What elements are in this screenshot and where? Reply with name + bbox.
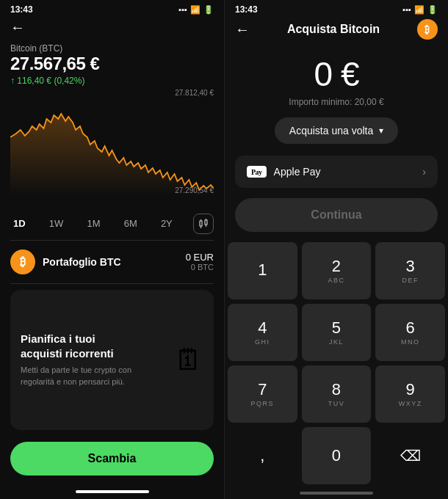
nav-bar-right: ← Acquista Bitcoin ₿ <box>225 16 448 44</box>
time-right: 13:43 <box>235 4 258 15</box>
wallet-name: Portafoglio BTC <box>43 256 121 268</box>
promo-card[interactable]: Pianifica i tuoi acquisti ricorrenti Met… <box>10 290 214 431</box>
key-4[interactable]: 4 GHI <box>228 304 297 361</box>
wifi-icon-right: 📶 <box>414 5 424 15</box>
status-bar-left: 13:43 ▪▪▪ 📶 🔋 <box>0 0 224 16</box>
promo-desc: Metti da parte le tue crypto con regolar… <box>21 365 138 387</box>
svg-rect-2 <box>205 220 207 225</box>
status-bar-right: 13:43 ▪▪▪ 📶 🔋 <box>225 0 448 16</box>
period-6m[interactable]: 6M <box>121 216 140 230</box>
purchase-type-button[interactable]: Acquista una volta ▾ <box>275 117 398 144</box>
wifi-icon: 📶 <box>190 5 200 15</box>
wallet-eur: 0 EUR <box>186 252 214 263</box>
wallet-left: ₿ Portafoglio BTC <box>10 249 121 274</box>
payment-method-row[interactable]: Pay Apple Pay › <box>235 156 438 188</box>
battery-icon: 🔋 <box>203 5 214 15</box>
wallet-btc: 0 BTC <box>186 263 214 272</box>
apple-pay-logo: Pay <box>247 166 267 178</box>
chart-label-top: 27.812,40 € <box>175 89 214 97</box>
key-5[interactable]: 5 JKL <box>302 304 372 361</box>
amount-value: 0 € <box>235 54 438 94</box>
btc-icon-left: ₿ <box>10 249 35 274</box>
amount-min: Importo minimo: 20,00 € <box>235 97 438 107</box>
price-chart <box>10 93 214 196</box>
promo-calendar-icon: 🗓 <box>174 343 203 376</box>
period-1d[interactable]: 1D <box>10 216 29 230</box>
chart-container: 27.812,40 € 27.290,54 € <box>0 87 224 208</box>
back-button-left[interactable]: ← <box>10 19 25 36</box>
home-indicator-right <box>300 492 373 495</box>
key-6[interactable]: 6 MNO <box>375 304 445 361</box>
time-periods-bar: 1D 1W 1M 6M 2Y <box>0 208 224 240</box>
period-1w[interactable]: 1W <box>46 216 67 230</box>
candles-view-toggle[interactable] <box>193 214 214 234</box>
chevron-down-icon: ▾ <box>379 125 383 136</box>
key-delete[interactable]: ⌫ <box>375 427 445 484</box>
svg-marker-0 <box>10 114 214 196</box>
promo-title: Pianifica i tuoi acquisti ricorrenti <box>21 332 138 360</box>
amount-display: 0 € Importo minimo: 20,00 € <box>225 44 448 110</box>
wallet-row: ₿ Portafoglio BTC 0 EUR 0 BTC <box>0 241 224 283</box>
nav-bar-left: ← <box>0 16 224 40</box>
purchase-type-container: Acquista una volta ▾ <box>235 117 438 144</box>
coin-change: ↑ 116,40 € (0,42%) <box>10 76 214 86</box>
coin-price: 27.567,65 € <box>10 54 214 74</box>
signal-icon-right: ▪▪▪ <box>402 5 411 14</box>
payment-label: Apple Pay <box>274 166 321 178</box>
status-icons-left: ▪▪▪ 📶 🔋 <box>178 5 214 15</box>
promo-text: Pianifica i tuoi acquisti ricorrenti Met… <box>21 332 138 387</box>
svg-rect-1 <box>200 221 202 226</box>
payment-chevron-icon: › <box>422 166 426 178</box>
numpad: 1 2 ABC 3 DEF 4 GHI 5 JKL 6 MNO 7 PQRS 8 <box>225 238 448 489</box>
key-0[interactable]: 0 <box>302 427 372 484</box>
wallet-right: 0 EUR 0 BTC <box>186 252 214 272</box>
page-title: Acquista Bitcoin <box>287 23 380 36</box>
key-9[interactable]: 9 WXYZ <box>375 365 445 423</box>
swap-label: Scambia <box>88 452 137 465</box>
delete-icon: ⌫ <box>400 447 421 465</box>
payment-left: Pay Apple Pay <box>247 166 320 178</box>
key-8[interactable]: 8 TUV <box>302 365 372 423</box>
coin-label: Bitcoin (BTC) <box>10 43 214 54</box>
status-icons-right: ▪▪▪ 📶 🔋 <box>402 5 438 15</box>
key-3[interactable]: 3 DEF <box>375 242 445 299</box>
key-2[interactable]: 2 ABC <box>302 242 372 299</box>
swap-button[interactable]: Scambia <box>10 442 214 476</box>
btc-avatar-right: ₿ <box>417 19 438 40</box>
key-comma[interactable]: , <box>228 427 297 484</box>
coin-info: Bitcoin (BTC) 27.567,65 € ↑ 116,40 € (0,… <box>0 40 224 87</box>
left-panel: 13:43 ▪▪▪ 📶 🔋 ← Bitcoin (BTC) 27.567,65 … <box>0 0 224 499</box>
back-button-right[interactable]: ← <box>235 21 250 38</box>
chart-label-bottom: 27.290,54 € <box>175 186 214 194</box>
divider-2 <box>10 283 214 284</box>
battery-icon-right: 🔋 <box>427 5 438 15</box>
home-indicator-left <box>76 490 149 493</box>
continue-label: Continua <box>311 208 361 221</box>
key-1[interactable]: 1 <box>228 242 297 299</box>
purchase-type-label: Acquista una volta <box>289 125 373 136</box>
period-2y[interactable]: 2Y <box>158 216 176 230</box>
key-7[interactable]: 7 PQRS <box>228 365 297 423</box>
period-1m[interactable]: 1M <box>84 216 103 230</box>
time-left: 13:43 <box>10 4 33 15</box>
signal-icon: ▪▪▪ <box>178 5 187 14</box>
right-panel: 13:43 ▪▪▪ 📶 🔋 ← Acquista Bitcoin ₿ 0 € I… <box>224 0 448 499</box>
continue-button[interactable]: Continua <box>235 198 438 232</box>
